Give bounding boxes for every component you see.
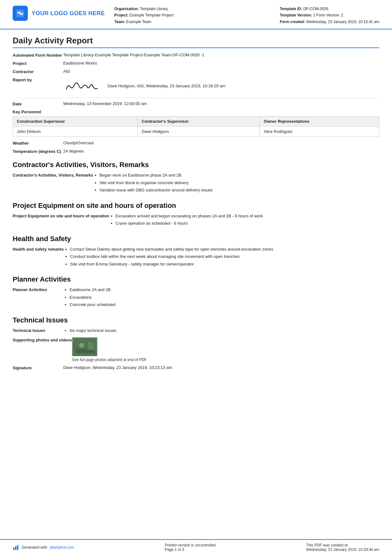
activities-label: Contractor's Activities, Visitors, Remar… [13,172,93,178]
date-row: Date Wednesday, 13 November 2019, 12:00:… [13,101,379,106]
list-item: Conduct toolbox talk within the next wee… [70,253,379,260]
list-item: Eastbourne 2A and 2B [70,287,379,293]
list-item: Variation issue with DBG subcontractor a… [100,187,379,193]
personnel-header-row: Construction Supervisor Contractor's Sup… [13,116,379,127]
svg-rect-8 [15,546,16,550]
date-label: Date [13,101,63,106]
header-meta-right: Template ID: DP-COM-0026 Template Versio… [280,6,379,25]
health-title: Health and Safety [13,235,379,243]
supporting-value: See full page photos attached at end of … [72,337,379,362]
contractor-value: AIG [63,69,379,74]
supporting-caption: See full page photos attached at end of … [72,358,379,362]
personnel-col1-header: Construction Supervisor [13,116,138,127]
template-version-label: Template Version: [280,13,312,17]
contractor-row: Contractor AIG [13,69,379,74]
pdf-created-date: Wednesday, 23 January 2019, 10:29:44 am [306,547,379,552]
project-row: Project Eastbourne Works [13,61,379,66]
page: YOUR LOGO GOES HERE Organisation: Templa… [0,0,392,555]
list-item: Concrete pour scheduled [70,302,379,308]
header-meta: Organisation: Template Library Project: … [105,6,280,25]
svg-point-1 [19,12,21,14]
equipment-label: Project Equipment on site and hours of o… [13,213,109,218]
health-list: Contact Steve Daintry about getting new … [64,246,379,269]
logo-area: YOUR LOGO GOES HERE [13,6,105,21]
svg-rect-6 [88,342,94,350]
automated-form-number-label: Automated Form Number [13,53,63,58]
planner-list: Eastbourne 2A and 2B Excavations Concret… [63,287,379,309]
logo-icon [13,6,28,21]
key-personnel-label: Key Personnel [13,109,379,114]
planner-section: Planner Activities Eastbourne 2A and 2B … [13,287,379,309]
main-content: Daily Activity Report Automated Form Num… [0,29,392,539]
list-item: No major technical issues [70,327,379,334]
project-label: Project: [114,13,129,17]
footer-center: Printed version is uncontrolled Page 1 o… [165,543,216,552]
equipment-title: Project Equipment on site and hours of o… [13,202,379,210]
photo-placeholder [72,337,97,356]
list-item: Crane operation as scheduled - 6 hours [116,220,379,227]
report-by-row: Report by Dave Hodgson, AIG, Wednesday, … [13,77,379,95]
personnel-row1-col2: Dave Hodgson [138,127,260,137]
svg-point-4 [79,343,84,348]
activities-section: Contractor's Activities, Visitors, Remar… [13,172,379,195]
personnel-data-row: John Dinkum Dave Hodgson Alice Rodriguez [13,127,379,137]
svg-rect-9 [17,545,18,550]
health-label: Health and safety remarks [13,246,64,252]
equipment-list: Excavators arrived and begun excavating … [109,213,379,228]
personnel-row1-col3: Alice Rodriguez [260,127,379,137]
technical-section: Technical Issues No major technical issu… [13,327,379,335]
pdf-created-text: This PDF was created at [306,543,379,547]
signature-area: Dave Hodgson, AIG, Wednesday, 23 January… [63,77,379,95]
weather-value: Cloudy/Overcast [63,140,379,145]
activities-title: Contractor's Activities, Visitors, Remar… [13,161,379,169]
list-item: Began work on Eastbourne phase 2A and 2B [100,172,379,178]
list-item: Site visit from Emma Sainsbury - safety … [70,261,379,267]
team-label: Team: [114,20,125,24]
footer-left: Generated with dashpivot.com [13,544,74,551]
signature-row: Signature Dave Hodgson, Wednesday, 23 Ja… [13,365,379,370]
temperature-row: Temperature (degrees C) 24 degrees [13,149,379,154]
personnel-col3-header: Owner Representatives [260,116,379,127]
template-id-value: DP-COM-0026 [303,7,328,11]
header: YOUR LOGO GOES HERE Organisation: Templa… [0,0,392,29]
list-item: Excavations [70,294,379,301]
activities-list: Began work on Eastbourne phase 2A and 2B… [93,172,379,195]
team-value: Example Team [126,20,151,24]
footer-right: This PDF was created at Wednesday, 23 Ja… [306,543,379,552]
report-by-field: Dave Hodgson, AIG, Wednesday, 23 January… [63,77,379,95]
health-section: Health and safety remarks Contact Steve … [13,246,379,269]
divider-1 [13,98,379,98]
equipment-section: Project Equipment on site and hours of o… [13,213,379,228]
temperature-label: Temperature (degrees C) [13,149,63,154]
personnel-row1-col1: John Dinkum [13,127,138,137]
report-title: Daily Activity Report [13,36,379,48]
weather-label: Weather [13,140,63,146]
weather-row: Weather Cloudy/Overcast [13,140,379,146]
technical-title: Technical Issues [13,316,379,324]
report-by-value: Dave Hodgson, AIG, Wednesday, 23 January… [107,84,379,88]
org-value: Template Library [140,7,168,11]
generated-text: Generated with [21,545,47,550]
logo-text: YOUR LOGO GOES HERE [32,10,105,17]
dashpivot-link[interactable]: dashpivot.com [50,545,74,550]
planner-label: Planner Activities [13,287,63,292]
template-id-label: Template ID: [280,7,302,11]
contractor-label: Contractor [13,69,63,74]
personnel-col2-header: Contractor's Supervisor [138,116,260,127]
org-label: Organisation: [114,7,139,11]
supporting-photos-row: Supporting photos and videos See full pa… [13,337,379,362]
technical-label: Technical Issues [13,327,63,333]
report-by-label: Report by [13,77,63,82]
supporting-label: Supporting photos and videos [13,337,72,342]
page-text: Page 1 of 3 [165,547,216,552]
template-version-value: 2 Form Version: 2 [313,13,343,17]
list-item: Contact Steve Daintry about getting new … [70,246,379,253]
project-label: Project [13,61,63,66]
report-by-signature [63,77,101,95]
technical-list: No major technical issues [63,327,379,335]
svg-rect-7 [13,547,15,550]
form-created-label: Form created: [280,20,305,24]
footer: Generated with dashpivot.com Printed ver… [0,539,392,555]
signature-value: Dave Hodgson, Wednesday, 23 January 2019… [63,365,379,370]
personnel-table: Construction Supervisor Contractor's Sup… [13,116,379,137]
